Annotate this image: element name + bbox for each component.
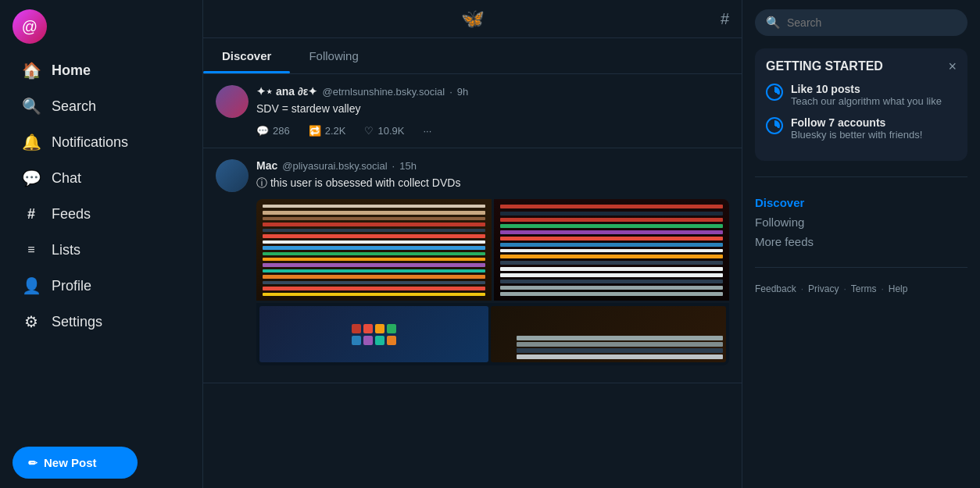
getting-started-card: GETTING STARTED × Like 10 posts Teach ou… (755, 48, 967, 161)
tab-discover[interactable]: Discover (203, 38, 290, 73)
sidebar-item-feeds[interactable]: # Feeds (13, 197, 190, 231)
divider (755, 267, 967, 268)
sidebar-item-label: Lists (52, 242, 80, 258)
home-icon: 🏠 (22, 61, 41, 80)
main-feed: 🦋 # Discover Following ✦⋆ ana ∂ε✦ @etrnl… (203, 0, 742, 488)
table-row: Mac @pliyasurai.bsky.social · 15h ⓘ this… (203, 148, 742, 383)
footer-links: Feedback · Privacy · Terms · Help (755, 283, 967, 294)
post-actions: 💬 286 🔁 2.2K ♡ 10.9K ··· (256, 125, 729, 137)
avatar-image (216, 85, 249, 118)
avatar-image (216, 159, 249, 192)
gs-item-title: Follow 7 accounts (791, 116, 922, 129)
search-box[interactable]: 🔍 (755, 9, 967, 36)
feeds-icon: # (22, 205, 41, 223)
bell-icon: 🔔 (22, 133, 41, 151)
post-image-3 (256, 303, 729, 365)
sidebar-item-label: Settings (52, 314, 102, 330)
feeds-section: Discover Following More feeds (755, 193, 967, 251)
sidebar-item-search[interactable]: 🔍 Search (13, 89, 190, 123)
post-timestamp: 15h (399, 160, 417, 172)
sidebar-item-label: Feeds (52, 206, 91, 223)
footer-terms[interactable]: Terms (851, 283, 877, 294)
post-time: · (392, 160, 395, 172)
comment-count: 286 (273, 125, 290, 137)
post-content: ⓘ this user is obsessed with collect DVD… (256, 175, 729, 191)
getting-started-header: GETTING STARTED × (766, 59, 957, 73)
post-author-handle: @etrnlsunshine.bsky.social (322, 86, 445, 98)
repost-icon: 🔁 (309, 125, 321, 137)
post-image-1 (256, 199, 492, 301)
gear-icon: ⚙ (22, 312, 41, 331)
new-post-label: New Post (44, 456, 97, 469)
left-sidebar: @ 🏠 Home 🔍 Search 🔔 Notifications 💬 Chat… (0, 0, 203, 488)
feed-link-following[interactable]: Following (755, 216, 967, 229)
progress-circle (766, 117, 783, 134)
feed-list: ✦⋆ ana ∂ε✦ @etrnlsunshine.bsky.social · … (203, 74, 742, 488)
post-author-name: ✦⋆ ana ∂ε✦ (256, 85, 317, 98)
post-time: · (449, 86, 452, 98)
sidebar-item-lists[interactable]: ≡ Lists (13, 233, 190, 267)
footer-feedback[interactable]: Feedback (755, 283, 796, 294)
chat-icon: 💬 (22, 169, 41, 187)
sidebar-item-home[interactable]: 🏠 Home (13, 53, 190, 87)
heart-icon: ♡ (364, 125, 374, 137)
sidebar-item-label: Notifications (52, 134, 128, 151)
sidebar-item-notifications[interactable]: 🔔 Notifications (13, 125, 190, 159)
new-post-button[interactable]: ✏ New Post (13, 447, 138, 479)
gs-item-desc: Teach our algorithm what you like (791, 95, 942, 107)
more-action[interactable]: ··· (423, 125, 431, 137)
post-meta: Mac @pliyasurai.bsky.social · 15h (256, 159, 729, 172)
post-content: SDV = stardew valley (256, 101, 729, 117)
right-sidebar: 🔍 GETTING STARTED × Like 10 posts Teach … (742, 0, 980, 488)
post-image-2 (494, 199, 729, 301)
sidebar-item-label: Search (52, 98, 96, 115)
repost-action[interactable]: 🔁 2.2K (309, 125, 346, 137)
repost-count: 2.2K (325, 125, 346, 137)
feed-link-discover[interactable]: Discover (755, 196, 967, 209)
progress-circle (766, 84, 783, 101)
divider (755, 176, 967, 177)
sidebar-item-chat[interactable]: 💬 Chat (13, 161, 190, 195)
lists-icon: ≡ (22, 240, 41, 259)
avatar[interactable]: @ (13, 9, 47, 44)
gs-item-text: Like 10 posts Teach our algorithm what y… (791, 83, 942, 107)
post-author-name: Mac (256, 159, 277, 172)
main-header: 🦋 # (203, 0, 742, 38)
footer-help[interactable]: Help (889, 283, 908, 294)
profile-icon: 👤 (22, 276, 41, 295)
search-icon: 🔍 (766, 16, 781, 30)
avatar[interactable] (216, 85, 249, 118)
feed-link-more[interactable]: More feeds (755, 235, 967, 248)
new-post-icon: ✏ (28, 457, 38, 469)
post-timestamp: 9h (457, 86, 468, 98)
sidebar-item-label: Home (52, 62, 91, 79)
like-action[interactable]: ♡ 10.9K (364, 125, 404, 137)
search-icon: 🔍 (22, 97, 41, 116)
comment-action[interactable]: 💬 286 (256, 125, 290, 137)
post-meta: ✦⋆ ana ∂ε✦ @etrnlsunshine.bsky.social · … (256, 85, 729, 98)
post-author-handle: @pliyasurai.bsky.social (282, 160, 387, 172)
avatar-icon: @ (22, 18, 38, 36)
gs-item-text: Follow 7 accounts Bluesky is better with… (791, 116, 922, 141)
more-icon: ··· (423, 125, 431, 137)
gs-item-desc: Bluesky is better with friends! (791, 129, 922, 141)
close-button[interactable]: × (948, 59, 957, 73)
tab-bar: Discover Following (203, 38, 742, 74)
comment-icon: 💬 (256, 125, 269, 137)
footer-privacy[interactable]: Privacy (808, 283, 839, 294)
list-item: Like 10 posts Teach our algorithm what y… (766, 83, 957, 107)
sidebar-item-settings[interactable]: ⚙ Settings (13, 305, 190, 339)
gs-item-title: Like 10 posts (791, 83, 942, 95)
sidebar-item-profile[interactable]: 👤 Profile (13, 269, 190, 303)
butterfly-logo: 🦋 (461, 8, 485, 30)
avatar[interactable] (216, 159, 249, 192)
hashtag-icon[interactable]: # (721, 10, 729, 28)
post-media (256, 199, 729, 365)
post-body: Mac @pliyasurai.bsky.social · 15h ⓘ this… (256, 159, 729, 372)
search-input[interactable] (787, 16, 957, 29)
table-row: ✦⋆ ana ∂ε✦ @etrnlsunshine.bsky.social · … (203, 74, 742, 148)
like-count: 10.9K (377, 125, 404, 137)
list-item: Follow 7 accounts Bluesky is better with… (766, 116, 957, 141)
tab-following[interactable]: Following (290, 38, 377, 73)
getting-started-title: GETTING STARTED (766, 59, 883, 73)
